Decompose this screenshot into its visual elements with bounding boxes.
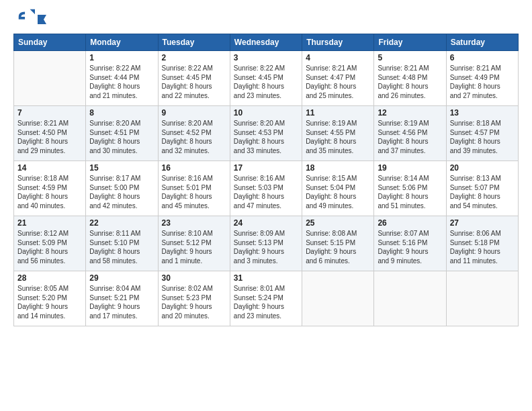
daylight-text-2: and 23 minutes. bbox=[234, 312, 281, 320]
day-number: 23 bbox=[162, 218, 226, 228]
daylight-text: Daylight: 8 hours bbox=[234, 193, 284, 200]
calendar-day-cell bbox=[14, 51, 86, 106]
sunrise-text: Sunrise: 8:10 AM bbox=[162, 230, 213, 237]
day-number: 3 bbox=[234, 53, 298, 62]
day-number: 20 bbox=[450, 163, 515, 173]
day-info: Sunrise: 8:15 AMSunset: 5:04 PMDaylight:… bbox=[306, 174, 370, 210]
day-info: Sunrise: 8:07 AMSunset: 5:16 PMDaylight:… bbox=[378, 229, 442, 265]
daylight-text: Daylight: 8 hours bbox=[306, 193, 356, 200]
day-info: Sunrise: 8:18 AMSunset: 4:59 PMDaylight:… bbox=[17, 174, 82, 210]
day-number: 27 bbox=[450, 218, 515, 228]
calendar-day-cell: 2Sunrise: 8:22 AMSunset: 4:45 PMDaylight… bbox=[158, 51, 230, 106]
daylight-text-2: and 20 minutes. bbox=[162, 312, 210, 320]
calendar-day-cell: 29Sunrise: 8:04 AMSunset: 5:21 PMDayligh… bbox=[86, 271, 158, 326]
sunrise-text: Sunrise: 8:22 AM bbox=[234, 64, 285, 72]
daylight-text: Daylight: 9 hours bbox=[378, 248, 428, 255]
calendar-day-cell: 22Sunrise: 8:11 AMSunset: 5:10 PMDayligh… bbox=[86, 216, 158, 271]
day-number: 25 bbox=[306, 218, 370, 228]
daylight-text: Daylight: 9 hours bbox=[306, 248, 356, 255]
sunrise-text: Sunrise: 8:22 AM bbox=[162, 64, 213, 72]
day-number: 5 bbox=[378, 53, 442, 62]
day-info: Sunrise: 8:20 AMSunset: 4:53 PMDaylight:… bbox=[234, 119, 298, 155]
day-info: Sunrise: 8:19 AMSunset: 4:56 PMDaylight:… bbox=[378, 119, 442, 155]
calendar-day-cell: 8Sunrise: 8:20 AMSunset: 4:51 PMDaylight… bbox=[86, 106, 158, 161]
daylight-text: Daylight: 8 hours bbox=[234, 83, 284, 90]
sunrise-text: Sunrise: 8:20 AM bbox=[162, 120, 213, 127]
daylight-text: Daylight: 8 hours bbox=[162, 138, 212, 145]
sunrise-text: Sunrise: 8:19 AM bbox=[378, 120, 429, 127]
sunset-text: Sunset: 5:03 PM bbox=[234, 184, 283, 191]
day-info: Sunrise: 8:02 AMSunset: 5:23 PMDaylight:… bbox=[162, 284, 226, 320]
daylight-text: Daylight: 8 hours bbox=[17, 193, 68, 200]
sunrise-text: Sunrise: 8:16 AM bbox=[162, 175, 213, 182]
day-info: Sunrise: 8:20 AMSunset: 4:52 PMDaylight:… bbox=[162, 119, 226, 155]
daylight-text: Daylight: 8 hours bbox=[378, 138, 428, 145]
sunset-text: Sunset: 4:55 PM bbox=[306, 129, 355, 136]
day-number: 14 bbox=[17, 163, 82, 173]
calendar-header-thursday: Thursday bbox=[302, 34, 374, 51]
daylight-text: Daylight: 9 hours bbox=[89, 303, 140, 310]
day-info: Sunrise: 8:12 AMSunset: 5:09 PMDaylight:… bbox=[17, 229, 82, 265]
daylight-text-2: and 22 minutes. bbox=[162, 92, 210, 99]
sunrise-text: Sunrise: 8:19 AM bbox=[306, 120, 357, 127]
sunset-text: Sunset: 5:21 PM bbox=[89, 294, 139, 302]
day-number: 6 bbox=[450, 53, 515, 62]
day-info: Sunrise: 8:20 AMSunset: 4:51 PMDaylight:… bbox=[89, 119, 154, 155]
sunset-text: Sunset: 4:50 PM bbox=[17, 129, 67, 136]
sunrise-text: Sunrise: 8:04 AM bbox=[89, 285, 140, 292]
day-number: 31 bbox=[234, 273, 298, 283]
calendar-day-cell: 12Sunrise: 8:19 AMSunset: 4:56 PMDayligh… bbox=[374, 106, 446, 161]
sunrise-text: Sunrise: 8:14 AM bbox=[378, 175, 429, 182]
day-number: 22 bbox=[89, 218, 154, 228]
sunset-text: Sunset: 4:56 PM bbox=[378, 129, 427, 136]
logo-icon bbox=[16, 8, 35, 27]
sunset-text: Sunset: 4:45 PM bbox=[162, 74, 212, 81]
sunset-text: Sunset: 4:48 PM bbox=[378, 74, 427, 81]
sunset-text: Sunset: 5:00 PM bbox=[89, 184, 139, 191]
sunset-text: Sunset: 4:47 PM bbox=[306, 74, 355, 81]
daylight-text-2: and 39 minutes. bbox=[450, 147, 498, 154]
daylight-text: Daylight: 9 hours bbox=[450, 248, 500, 255]
day-number: 17 bbox=[234, 163, 298, 173]
sunrise-text: Sunrise: 8:11 AM bbox=[89, 230, 140, 237]
day-info: Sunrise: 8:06 AMSunset: 5:18 PMDaylight:… bbox=[450, 229, 515, 265]
sunrise-text: Sunrise: 8:21 AM bbox=[17, 120, 69, 127]
sunset-text: Sunset: 5:13 PM bbox=[234, 239, 283, 246]
calendar-day-cell: 19Sunrise: 8:14 AMSunset: 5:06 PMDayligh… bbox=[374, 161, 446, 216]
day-number: 16 bbox=[162, 163, 226, 173]
calendar-day-cell: 6Sunrise: 8:21 AMSunset: 4:49 PMDaylight… bbox=[446, 51, 518, 106]
daylight-text: Daylight: 8 hours bbox=[450, 138, 500, 145]
daylight-text: Daylight: 8 hours bbox=[162, 193, 212, 200]
daylight-text-2: and 9 minutes. bbox=[378, 257, 422, 265]
calendar-day-cell: 10Sunrise: 8:20 AMSunset: 4:53 PMDayligh… bbox=[230, 106, 302, 161]
sunset-text: Sunset: 4:45 PM bbox=[234, 74, 283, 81]
header bbox=[13, 11, 519, 27]
daylight-text: Daylight: 8 hours bbox=[162, 83, 212, 90]
daylight-text: Daylight: 9 hours bbox=[162, 303, 212, 310]
svg-marker-1 bbox=[38, 15, 46, 24]
calendar-week-row: 1Sunrise: 8:22 AMSunset: 4:44 PMDaylight… bbox=[14, 51, 519, 106]
day-number: 10 bbox=[234, 108, 298, 118]
sunset-text: Sunset: 4:59 PM bbox=[17, 184, 67, 191]
day-info: Sunrise: 8:21 AMSunset: 4:48 PMDaylight:… bbox=[378, 64, 442, 100]
calendar-header-tuesday: Tuesday bbox=[158, 34, 230, 51]
calendar-day-cell: 11Sunrise: 8:19 AMSunset: 4:55 PMDayligh… bbox=[302, 106, 374, 161]
daylight-text-2: and 45 minutes. bbox=[162, 202, 210, 210]
daylight-text-2: and 14 minutes. bbox=[17, 312, 65, 320]
day-info: Sunrise: 8:19 AMSunset: 4:55 PMDaylight:… bbox=[306, 119, 370, 155]
sunrise-text: Sunrise: 8:22 AM bbox=[89, 64, 140, 72]
calendar-week-row: 28Sunrise: 8:05 AMSunset: 5:20 PMDayligh… bbox=[14, 271, 519, 326]
day-number: 1 bbox=[89, 53, 154, 62]
day-info: Sunrise: 8:09 AMSunset: 5:13 PMDaylight:… bbox=[234, 229, 298, 265]
day-number: 13 bbox=[450, 108, 515, 118]
daylight-text-2: and 23 minutes. bbox=[234, 92, 281, 99]
day-info: Sunrise: 8:05 AMSunset: 5:20 PMDaylight:… bbox=[17, 284, 82, 320]
sunset-text: Sunset: 5:09 PM bbox=[17, 239, 67, 246]
daylight-text: Daylight: 8 hours bbox=[89, 83, 140, 90]
logo bbox=[13, 11, 52, 27]
calendar-table: SundayMondayTuesdayWednesdayThursdayFrid… bbox=[13, 34, 519, 326]
sunrise-text: Sunrise: 8:07 AM bbox=[378, 230, 429, 237]
calendar-header-wednesday: Wednesday bbox=[230, 34, 302, 51]
sunset-text: Sunset: 5:15 PM bbox=[306, 239, 355, 246]
sunset-text: Sunset: 4:52 PM bbox=[162, 129, 212, 136]
